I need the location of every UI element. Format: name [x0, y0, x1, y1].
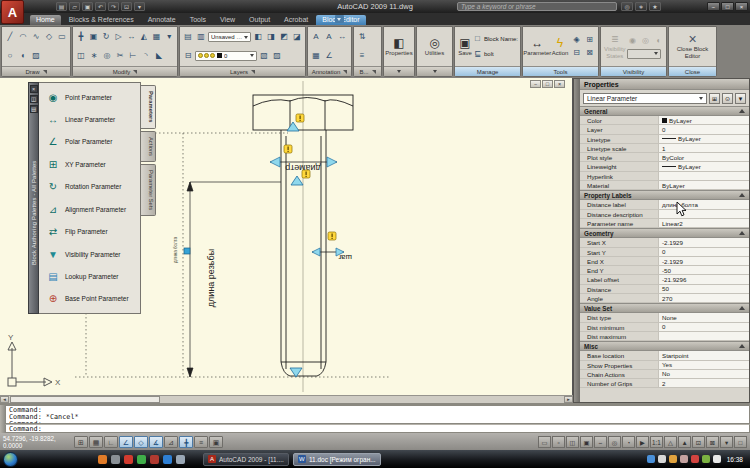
- property-value[interactable]: ByLayer: [659, 162, 749, 170]
- ortho-toggle[interactable]: ∟: [104, 436, 118, 448]
- leader-icon[interactable]: ∠: [323, 50, 335, 62]
- coordinates-readout[interactable]: 54.7296, -19.8282, 0.0000: [3, 435, 73, 449]
- chamfer-icon[interactable]: ◣: [153, 50, 165, 62]
- panel-header-tools[interactable]: Tools: [523, 66, 598, 76]
- palette-autohide-icon[interactable]: ◫: [30, 95, 38, 103]
- palette-item-xy-parameter[interactable]: ⊞ XY Parameter: [46, 154, 140, 174]
- command-history[interactable]: Command:Command: *Cancel*Command:: [5, 405, 750, 424]
- pitch-parameter[interactable]: шаг: [312, 248, 352, 262]
- scroll-right-icon[interactable]: ►: [564, 396, 573, 403]
- property-row[interactable]: Distance description: [580, 210, 749, 219]
- polyline-icon[interactable]: ∿: [30, 31, 42, 43]
- property-row[interactable]: Angle 270: [580, 294, 749, 303]
- palette-item-base-point-parameter[interactable]: ⊕ Base Point Parameter: [46, 289, 140, 309]
- property-row[interactable]: Hyperlink: [580, 172, 749, 181]
- offset-icon[interactable]: ◎: [101, 50, 113, 62]
- polygon-icon[interactable]: ◇: [43, 31, 55, 43]
- save-block-button[interactable]: ▣ Save: [457, 37, 473, 57]
- rotate-icon[interactable]: ↻: [100, 31, 112, 43]
- palette-item-rotation-parameter[interactable]: ↻ Rotation Parameter: [46, 177, 140, 197]
- palette-item-alignment-parameter[interactable]: ⊿ Alignment Parameter: [46, 199, 140, 219]
- layer-match-icon[interactable]: ⊟: [182, 50, 194, 62]
- Annotate[interactable]: Annotate: [142, 15, 182, 25]
- edit-block-icon[interactable]: ⊑: [473, 48, 482, 60]
- Tools[interactable]: Tools: [184, 15, 212, 25]
- property-value[interactable]: None: [659, 313, 749, 321]
- property-row[interactable]: Label offset -21.9296: [580, 275, 749, 284]
- dimension-icon[interactable]: ↔: [336, 31, 348, 43]
- layer-states-icon[interactable]: ▥: [195, 31, 207, 43]
- properties-button[interactable]: ◧ Properties: [384, 27, 414, 66]
- layout-button[interactable]: ▫: [552, 436, 565, 448]
- property-value[interactable]: 1: [659, 144, 749, 152]
- erase-icon[interactable]: ◫: [75, 50, 87, 62]
- move-icon[interactable]: ╋: [75, 31, 87, 43]
- Parameter Sets[interactable]: Parameter Sets: [141, 164, 156, 216]
- property-row[interactable]: Color ByLayer: [580, 116, 749, 125]
- property-row[interactable]: Dist minimum 0: [580, 323, 749, 332]
- parameter-button[interactable]: ↔ Parameter: [525, 37, 549, 57]
- section-header[interactable]: Geometry: [580, 228, 749, 238]
- layer-state-combo[interactable]: Unsaved Layer State: [208, 32, 251, 42]
- palette-properties-icon[interactable]: ▤: [30, 105, 38, 113]
- palette-item-point-parameter[interactable]: ◉ Point Parameter: [46, 87, 140, 107]
- bolt-length-grip[interactable]: [184, 248, 190, 254]
- layer-unisolate-icon[interactable]: ◨: [265, 31, 277, 43]
- Actions[interactable]: Actions: [141, 131, 156, 162]
- fillet-icon[interactable]: ◝: [140, 50, 152, 62]
- toggle-pickadd-icon[interactable]: ⊞: [709, 93, 720, 104]
- property-row[interactable]: Distance 50: [580, 285, 749, 294]
- attribute-definition-icon[interactable]: ◈: [571, 34, 583, 46]
- quicklaunch-icon-6[interactable]: [163, 455, 172, 464]
- scale-icon[interactable]: ▷: [113, 31, 125, 43]
- block-attributes-icon[interactable]: ≡: [356, 50, 368, 62]
- property-row[interactable]: Base location Startpoint: [580, 351, 749, 360]
- current-layer-combo[interactable]: 0: [195, 51, 257, 61]
- workspace-switching-icon[interactable]: ⊡: [692, 436, 705, 448]
- clean-screen-icon[interactable]: □: [734, 436, 747, 448]
- show-motion-icon[interactable]: ▶: [636, 436, 649, 448]
- grid-toggle[interactable]: ▦: [89, 436, 103, 448]
- lwt-toggle[interactable]: ≡: [194, 436, 208, 448]
- panel-header-manage[interactable]: Manage: [455, 66, 520, 76]
- property-row[interactable]: Distance label длина болта: [580, 200, 749, 209]
- section-header[interactable]: Misc: [580, 341, 749, 351]
- model-button[interactable]: ▭: [538, 436, 551, 448]
- line-icon[interactable]: ╱: [4, 31, 16, 43]
- quick-select-icon[interactable]: ▼: [735, 93, 746, 104]
- property-value[interactable]: ByColor: [659, 153, 749, 161]
- start-button[interactable]: [3, 452, 18, 467]
- property-value[interactable]: [659, 210, 749, 218]
- tray-icon-6[interactable]: [702, 455, 710, 463]
- close-block-editor-button[interactable]: × Close Block Editor: [669, 27, 716, 66]
- property-row[interactable]: Linetype ByLayer: [580, 135, 749, 144]
- palette-item-linear-parameter[interactable]: ↔ Linear Parameter: [46, 109, 140, 129]
- qp-toggle[interactable]: ▣: [209, 436, 223, 448]
- palette-close-icon[interactable]: ×: [30, 85, 38, 93]
- property-value[interactable]: длина болта: [659, 200, 749, 208]
- make-invisible-icon[interactable]: ◎: [640, 35, 652, 47]
- utilities-button[interactable]: ◎ Utilities: [417, 27, 452, 66]
- pan-icon[interactable]: ⇔: [594, 436, 607, 448]
- explode-icon[interactable]: ∗: [88, 50, 100, 62]
- panel-header-layers[interactable]: Layers: [180, 66, 305, 76]
- section-header[interactable]: General: [580, 106, 749, 116]
- Blocks & References[interactable]: Blocks & References: [63, 15, 140, 25]
- tray-icon-2[interactable]: [658, 455, 666, 463]
- property-value[interactable]: 50: [659, 285, 749, 293]
- ribbon-minimize-icon[interactable]: [335, 15, 344, 23]
- palette-item-flip-parameter[interactable]: ⇄ Flip Parameter: [46, 222, 140, 242]
- palette-titlebar[interactable]: × ◫ ▤ Block Authoring Palettes - All Pal…: [28, 82, 39, 314]
- construction-geometry-icon[interactable]: ⊠: [584, 47, 596, 59]
- taskbar-button-word[interactable]: W 11.doc [Режим огран...: [293, 453, 381, 466]
- property-value[interactable]: [659, 332, 749, 340]
- property-value[interactable]: -50: [659, 266, 749, 274]
- property-value[interactable]: ByLayer: [659, 116, 749, 124]
- mtext-icon[interactable]: A: [323, 31, 335, 43]
- tray-icon-4[interactable]: [680, 455, 688, 463]
- property-row[interactable]: Dist type None: [580, 313, 749, 322]
- status-menu-icon[interactable]: ▾: [720, 436, 733, 448]
- thread-length-dimension[interactable]: [187, 182, 281, 377]
- layer-prev-icon[interactable]: ▧: [258, 50, 270, 62]
- property-value[interactable]: Linear2: [659, 219, 749, 227]
